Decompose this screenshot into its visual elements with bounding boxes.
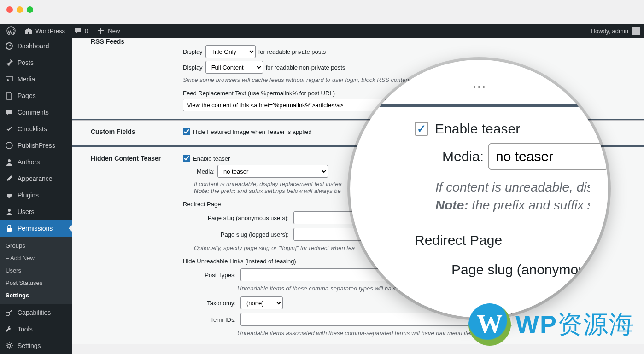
new-content-menu[interactable]: New: [94, 26, 123, 35]
admin-sidebar: Dashboard Posts Media Pages Comments Che…: [0, 38, 72, 354]
teaser-if-note: If content is unreadable, display replac…: [194, 180, 342, 187]
slug-logged-label: Page slug (logged users):: [197, 231, 289, 238]
enable-teaser-label: Enable teaser: [193, 155, 230, 162]
howdy-label[interactable]: Howdy, admin: [591, 28, 628, 35]
pin-icon: [5, 58, 14, 67]
sidebar-item-pages[interactable]: Pages: [0, 87, 72, 104]
comments-count: 0: [85, 28, 88, 35]
sidebar-sub-settings[interactable]: Settings: [0, 289, 72, 302]
sidebar-sub-groups[interactable]: Groups: [0, 239, 72, 252]
svg-point-6: [8, 209, 11, 212]
svg-point-9: [8, 344, 11, 347]
sidebar-label: Checklists: [18, 125, 47, 133]
sidebar-label: Plugins: [18, 192, 39, 199]
section-label-teaser: Hidden Content Teaser: [72, 147, 183, 344]
sidebar-sub-users[interactable]: Users: [0, 264, 72, 277]
sidebar-label: Pages: [18, 92, 36, 99]
enable-teaser-checkbox[interactable]: [183, 155, 190, 162]
sidebar-label: PublishPress: [18, 142, 55, 149]
sidebar-item-appearance[interactable]: Appearance: [0, 170, 72, 187]
magnifier-overlay: ⋯ ✓ Enable teaser Media: no teaser If co…: [350, 60, 608, 318]
sidebar-item-dashboard[interactable]: Dashboard: [0, 38, 72, 54]
comments-menu[interactable]: 0: [70, 26, 91, 35]
sidebar-label: Media: [18, 75, 35, 83]
checklist-icon: [5, 124, 14, 133]
mag-if-note: If content is unreadable, displa: [435, 180, 590, 194]
sidebar-item-authors[interactable]: Authors: [0, 154, 72, 170]
mag-media-select: no teaser: [488, 143, 608, 170]
sidebar-item-plugins[interactable]: Plugins: [0, 187, 72, 203]
teaser-note-rest: the prefix and suffix settings below wil…: [211, 187, 341, 194]
slug-anon-label: Page slug (anonymous users):: [197, 215, 289, 221]
sidebar-item-comments[interactable]: Comments: [0, 104, 72, 121]
sidebar-item-settings[interactable]: Settings: [0, 337, 72, 354]
mag-enable-teaser-checkbox: ✓: [415, 122, 428, 136]
sidebar-label: Dashboard: [18, 42, 49, 50]
brush-icon: [5, 174, 14, 183]
home-icon: [24, 26, 33, 35]
page-icon: [5, 91, 14, 100]
plus-icon: [96, 26, 105, 35]
wp-logo-menu[interactable]: [4, 26, 18, 35]
watermark: WP资源海: [468, 303, 635, 346]
media-select[interactable]: no teaser: [217, 165, 328, 178]
svg-point-5: [8, 159, 11, 162]
site-name-label: WordPress: [35, 28, 65, 35]
mag-redirect-title: Redirect Page: [415, 232, 590, 248]
svg-rect-7: [7, 228, 12, 232]
lock-icon: [5, 224, 14, 233]
media-label: Media:: [197, 168, 215, 175]
sidebar-label: Settings: [18, 342, 41, 349]
sidebar-submenu: Groups – Add New Users Post Statuses Set…: [0, 237, 72, 304]
user-avatar[interactable]: [632, 27, 640, 35]
svg-point-3: [7, 79, 9, 81]
mag-note-bold: Note:: [435, 198, 468, 212]
sidebar-label: Users: [18, 208, 35, 215]
sidebar-label: Authors: [18, 158, 40, 166]
hide-featured-image-checkbox[interactable]: [183, 128, 190, 135]
watermark-text: WP资源海: [515, 308, 635, 342]
sidebar-item-checklists[interactable]: Checklists: [0, 121, 72, 137]
minimize-window-dot[interactable]: [17, 6, 23, 13]
wrench-icon: [5, 325, 14, 334]
site-name-menu[interactable]: WordPress: [21, 26, 68, 35]
sidebar-item-media[interactable]: Media: [0, 71, 72, 87]
sidebar-item-publishpress[interactable]: PublishPress: [0, 137, 72, 154]
mag-divider: [350, 104, 608, 107]
display-select-nonprivate[interactable]: Full Content: [205, 61, 263, 74]
close-window-dot[interactable]: [6, 6, 13, 13]
term-ids-label: Term IDs:: [197, 316, 236, 323]
key-icon: [5, 308, 14, 317]
media-icon: [5, 75, 14, 84]
window-controls: [6, 6, 33, 13]
sidebar-item-capabilities[interactable]: Capabilities: [0, 304, 72, 321]
sidebar-label: Comments: [18, 109, 49, 116]
feed-replacement-input[interactable]: [183, 99, 386, 111]
new-label: New: [108, 28, 120, 35]
taxonomy-select[interactable]: (none): [240, 296, 283, 309]
publishpress-icon: [5, 141, 14, 150]
display-select-private[interactable]: Title Only: [205, 45, 256, 58]
maximize-window-dot[interactable]: [27, 6, 33, 13]
svg-point-4: [6, 142, 12, 149]
sidebar-sub-post-statuses[interactable]: Post Statuses: [0, 277, 72, 289]
mag-enable-teaser-label: Enable teaser: [435, 121, 520, 137]
post-types-label: Post Types:: [197, 272, 236, 279]
section-label-rss: RSS Feeds: [72, 38, 183, 119]
display-label-2: Display: [183, 64, 203, 71]
sidebar-item-posts[interactable]: Posts: [0, 54, 72, 71]
mag-slug-anon: Page slug (anonymou: [451, 262, 590, 278]
sidebar-label: Permissions: [18, 225, 53, 232]
display-note-2: for readable non-private posts: [266, 64, 345, 71]
sidebar-item-users[interactable]: Users: [0, 203, 72, 220]
sidebar-item-permissions[interactable]: Permissions: [0, 220, 72, 237]
sidebar-label: Appearance: [18, 175, 53, 182]
comment-icon: [5, 108, 14, 117]
mag-note-rest: the prefix and suffix sett: [472, 198, 590, 212]
svg-point-8: [6, 312, 10, 316]
admin-toolbar: WordPress 0 New Howdy, admin: [0, 24, 644, 38]
sidebar-item-tools[interactable]: Tools: [0, 321, 72, 337]
display-label-1: Display: [183, 48, 203, 55]
sidebar-sub-add-new[interactable]: – Add New: [0, 252, 72, 264]
sidebar-label: Posts: [18, 59, 34, 66]
